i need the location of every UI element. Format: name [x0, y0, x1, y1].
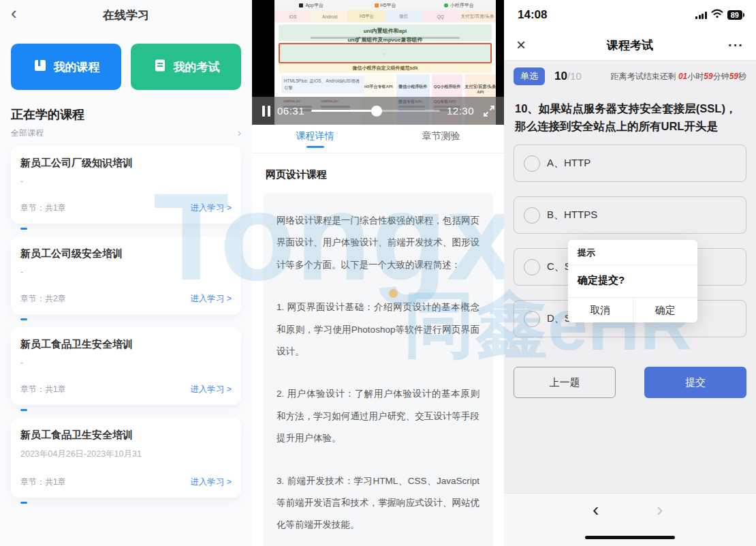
book-icon: [33, 58, 48, 76]
description-paragraph: 2. 用户体验设计：了解用户体验设计的基本原则和方法，学习如何通过用户研究、交互…: [277, 383, 479, 449]
course-block: 新员工食品卫生安全培训 2023年04月26日-2023年10月31 章节：共1…: [11, 418, 241, 504]
course-card[interactable]: 新员工公司级安全培训 - 章节：共2章 进入学习 >: [11, 237, 241, 314]
question-type-badge: 单选: [514, 67, 545, 85]
course-title: 新员工食品卫生安全培训: [20, 429, 232, 442]
course-title: 新员工食品卫生安全培训: [20, 338, 232, 351]
progress-dash: [20, 502, 27, 504]
quick-buttons-row: 我的课程 我的考试: [0, 30, 252, 90]
course-date: 2023年04月26日-2023年10月31: [20, 449, 232, 460]
more-icon[interactable]: ···: [728, 37, 744, 53]
dialog-message: 确定提交?: [568, 265, 697, 297]
my-exams-label: 我的考试: [174, 59, 220, 75]
document-icon: [153, 58, 168, 76]
slide-platform-row: iOS Android H5平台 微信 QQ 支付宝/百度/头条: [274, 10, 496, 22]
progress-fill: [311, 110, 377, 112]
radio-icon[interactable]: [524, 155, 540, 172]
home-indicator: [585, 536, 675, 539]
fullscreen-icon[interactable]: [482, 104, 496, 118]
tab-course-detail[interactable]: 课程详情: [252, 125, 378, 153]
miniprogram-platform-icon: [444, 3, 448, 7]
nav-forward-icon[interactable]: ›: [657, 499, 663, 521]
online-learning-screen: ‹ 在线学习 我的课程 我的考试 正在学的课程 全部课程 ›: [0, 0, 252, 546]
status-bar: 14:08 89: [504, 0, 756, 30]
video-player[interactable]: App平台 H5平台 小程序平台 iOS Android H5平台 微信 QQ …: [252, 0, 504, 125]
blurred-text-bar: [384, 53, 385, 55]
course-chapters: 章节：共1章: [20, 384, 66, 395]
clock: 14:08: [518, 8, 547, 22]
enter-study-link[interactable]: 进入学习 >: [190, 293, 232, 305]
enter-study-link[interactable]: 进入学习 >: [190, 202, 232, 214]
chevron-right-icon: ›: [238, 127, 241, 139]
pause-button[interactable]: [262, 106, 270, 117]
course-title: 新员工公司级安全培训: [20, 247, 232, 260]
h5-platform-icon: [375, 3, 379, 7]
course-exam-screen: 14:08 89 × 课程考试 ··· 单选 10/10: [504, 0, 756, 546]
browser-bottom-nav: ‹ ›: [504, 493, 756, 546]
option-label: B、HTTPS: [547, 209, 597, 222]
section-header: 正在学的课程 全部课程 ›: [0, 90, 252, 139]
signal-icon: [695, 12, 707, 19]
screenshot-stage: ‹ 在线学习 我的课程 我的考试 正在学的课程 全部课程 ›: [0, 0, 756, 546]
course-detail-title: 网页设计课程: [266, 168, 490, 181]
slide-band-wechat-sdk: 微信小程序自定义组件规范sdk: [279, 63, 492, 73]
video-controls: 06:31 12:30: [252, 97, 504, 125]
enter-study-link[interactable]: 进入学习 >: [190, 384, 232, 395]
app-platform-icon: [299, 3, 303, 7]
exam-navbar: × 课程考试 ···: [504, 30, 756, 61]
section-title: 正在学的课程: [11, 106, 241, 123]
course-block: 新员工食品卫生安全培训 - 章节：共1章 进入学习 >: [11, 327, 241, 411]
dialog-confirm-button[interactable]: 确定: [633, 298, 698, 322]
battery-icon: 89: [727, 10, 742, 20]
course-detail-screen: App平台 H5平台 小程序平台 iOS Android H5平台 微信 QQ …: [252, 0, 504, 546]
course-block: 新员工公司级安全培训 - 章节：共2章 进入学习 >: [11, 237, 241, 320]
description-paragraph: 网络设计课程是一门综合性极强的课程，包括网页界面设计、用户体验设计、前端开发技术…: [277, 210, 479, 276]
course-date: -: [20, 358, 232, 367]
learning-header: ‹ 在线学习: [0, 0, 252, 30]
dialog-title: 提示: [568, 240, 697, 265]
description-paragraph: 1. 网页界面设计基础：介绍网页设计的基本概念和原则，学习使用Photoshop…: [277, 297, 479, 363]
question-counter: 10/10: [554, 70, 582, 83]
tab-chapter-quiz[interactable]: 章节测验: [378, 125, 504, 153]
description-paragraph: 3. 前端开发技术：学习HTML、CSS、JavaScript等前端开发语言和技…: [277, 470, 479, 536]
html5plus-note: HTML5Plus: 是iOS、Android的JS增强引擎: [281, 76, 364, 93]
course-chapters: 章节：共2章: [20, 293, 66, 305]
course-description-box: 网络设计课程是一门综合性极强的课程，包括网页界面设计、用户体验设计、前端开发技术…: [263, 192, 493, 546]
quiz-info-bar: 单选 10/10 距离考试结束还剩 01小时59分钟59秒: [504, 61, 756, 92]
my-courses-label: 我的课程: [54, 59, 100, 75]
option-label: A、HTTP: [547, 157, 590, 170]
progress-dash: [20, 228, 27, 230]
slide-band-uni-extension: uni扩展组件及mpvue兼容组件: [279, 43, 492, 63]
active-tab-underline: [306, 146, 324, 148]
question-text: 10、如果站点服务器支持安全套接层(SSL)，那么连接到安全站点上的所有URL开…: [504, 92, 756, 135]
back-icon[interactable]: ‹: [11, 4, 17, 22]
my-courses-button[interactable]: 我的课程: [11, 44, 121, 90]
exam-countdown: 距离考试结束还剩 01小时59分钟59秒: [611, 71, 746, 82]
all-courses-row[interactable]: 全部课程 ›: [11, 127, 241, 139]
enter-study-link[interactable]: 进入学习 >: [190, 476, 232, 488]
radio-icon[interactable]: [524, 311, 540, 327]
course-date: -: [20, 267, 232, 277]
course-date: -: [20, 177, 232, 186]
progress-track[interactable]: [311, 110, 440, 112]
course-card[interactable]: 新员工食品卫生安全培训 - 章节：共1章 进入学习 >: [11, 327, 241, 405]
course-card[interactable]: 新员工食品卫生安全培训 2023年04月26日-2023年10月31 章节：共1…: [11, 418, 241, 498]
progress-thumb[interactable]: [371, 106, 382, 117]
course-chapters: 章节：共1章: [20, 202, 66, 214]
previous-question-button[interactable]: 上一题: [514, 367, 616, 398]
all-courses-label: 全部课程: [11, 127, 44, 139]
nav-back-icon[interactable]: ‹: [593, 499, 599, 521]
detail-tabs: 课程详情 章节测验: [252, 125, 504, 153]
radio-icon[interactable]: [524, 207, 540, 224]
close-icon[interactable]: ×: [516, 37, 526, 53]
dialog-cancel-button[interactable]: 取消: [568, 298, 633, 322]
progress-dash: [20, 318, 27, 320]
wifi-icon: [711, 9, 723, 21]
my-exams-button[interactable]: 我的考试: [131, 44, 241, 90]
course-card[interactable]: 新员工公司厂级知识培训 - 章节：共1章 进入学习 >: [11, 146, 241, 224]
option-a[interactable]: A、HTTP: [514, 145, 746, 182]
radio-icon[interactable]: [524, 259, 540, 275]
option-b[interactable]: B、HTTPS: [514, 196, 746, 234]
exam-title: 课程考试: [607, 37, 653, 53]
submit-button[interactable]: 提交: [644, 367, 746, 398]
progress-dash: [20, 409, 27, 411]
